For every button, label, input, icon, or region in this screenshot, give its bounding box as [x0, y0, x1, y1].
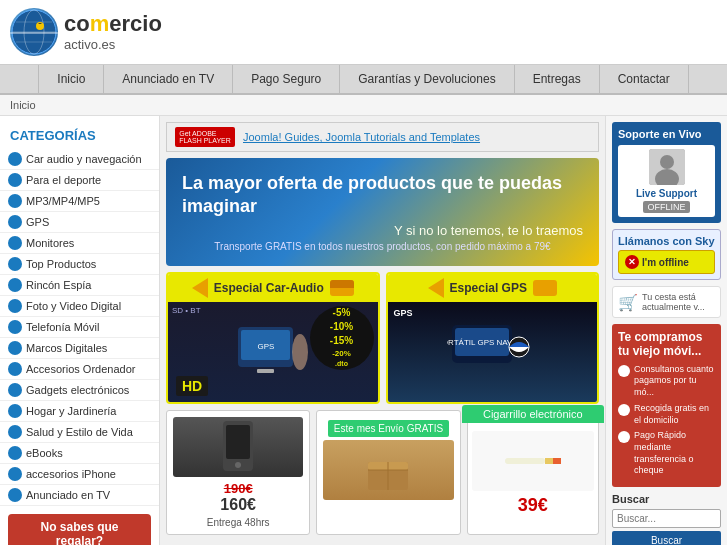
spy-icon [8, 278, 22, 292]
sidebar-item-tv[interactable]: Anunciado en TV [0, 485, 159, 506]
cart-note: Tu cesta está actualmente v... [642, 292, 715, 312]
sidebar-item-mp3[interactable]: MP3/MP4/MP5 [0, 191, 159, 212]
support-title: Soporte en Vivo [618, 128, 715, 140]
trade-item-1: Consultanos cuanto pagamos por tu mó... [618, 364, 715, 399]
product-box[interactable]: Este mes Envío GRATIS [316, 410, 460, 535]
sidebar-item-deporte[interactable]: Para el deporte [0, 170, 159, 191]
sidebar-item-ebooks[interactable]: eBooks [0, 443, 159, 464]
live-support-widget[interactable]: Live Support OFFLINE [618, 145, 715, 217]
cig-price: 39€ [472, 495, 594, 516]
nav-entregas[interactable]: Entregas [515, 65, 600, 93]
sidebar-item-monitores[interactable]: Monitores [0, 233, 159, 254]
gps-icon [8, 215, 22, 229]
live-support-label: Live Support [636, 188, 697, 199]
sidebar-item-car-audio[interactable]: Car audio y navegación [0, 149, 159, 170]
svg-rect-23 [505, 458, 545, 464]
sidebar-item-accesorios-ord[interactable]: Accesorios Ordenador [0, 359, 159, 380]
home-icon [8, 404, 22, 418]
frame-icon [8, 341, 22, 355]
svg-rect-10 [257, 369, 274, 373]
computer-icon [8, 362, 22, 376]
hero-note: Transporte GRATIS en todos nuestros prod… [182, 241, 583, 252]
offer-car-audio[interactable]: Especial Car-Audio GPS [166, 272, 380, 404]
hero-subtitle: Y si no lo tenemos, te lo traemos [182, 223, 583, 238]
bullet-icon-1 [618, 365, 630, 377]
product-cigarette[interactable]: Cigarrillo electrónico 39€ [467, 410, 599, 535]
logo-area[interactable]: comercio activo.es [10, 8, 162, 56]
close-icon: ✕ [625, 255, 639, 269]
search-box: Buscar Buscar [612, 493, 721, 545]
book-icon [8, 446, 22, 460]
main-nav: Inicio Anunciado en TV Pago Seguro Garan… [0, 65, 727, 95]
iphone-icon [8, 467, 22, 481]
nav-pago[interactable]: Pago Seguro [233, 65, 340, 93]
support-avatar [649, 149, 685, 185]
phone-icon [8, 320, 22, 334]
sidebar-item-telefonia[interactable]: Telefonía Móvil [0, 317, 159, 338]
bullet-icon-3 [618, 431, 630, 443]
search-label: Buscar [612, 493, 721, 505]
cart-icon: 🛒 [618, 293, 638, 312]
gift-card[interactable]: No sabes que regalar? Cheque Fr... 80€ [8, 514, 151, 545]
product-phone-image [173, 417, 303, 477]
offer-gps-header: Especial GPS [388, 274, 598, 302]
flash-banner[interactable]: Get ADOBEFLASH PLAYER Joomla! Guides, Jo… [166, 122, 599, 152]
free-shipping-badge: Este mes Envío GRATIS [328, 420, 449, 437]
hd-badge: HD [176, 376, 208, 396]
top-icon [8, 257, 22, 271]
nav-contactar[interactable]: Contactar [600, 65, 689, 93]
logo-sub: activo.es [64, 37, 162, 52]
svg-rect-17 [226, 425, 250, 459]
sidebar-item-marcos[interactable]: Marcos Digitales [0, 338, 159, 359]
sidebar-item-salud[interactable]: Salud y Estilo de Vida [0, 422, 159, 443]
product-phone[interactable]: 190€ 160€ Entrega 48hrs [166, 410, 310, 535]
products-row: 190€ 160€ Entrega 48hrs Este mes Envío G… [166, 410, 599, 535]
search-button[interactable]: Buscar [612, 531, 721, 545]
mp3-icon [8, 194, 22, 208]
sidebar-item-foto[interactable]: Foto y Video Digital [0, 296, 159, 317]
tv-icon [8, 488, 22, 502]
monitor-icon [8, 236, 22, 250]
trade-item-3: Pago Rápido mediante transferencia o che… [618, 430, 715, 477]
flash-link[interactable]: Joomla! Guides, Joomla Tutorials and Tem… [243, 131, 480, 143]
offer-car-audio-image: GPS -5% -10% -15% -20% .dto HD SD • B [168, 302, 378, 402]
sky-title: Llámanos con Sky [618, 235, 715, 247]
cart-box[interactable]: 🛒 Tu cesta está actualmente v... [612, 286, 721, 318]
sidebar-item-hogar[interactable]: Hogar y Jardinería [0, 401, 159, 422]
sidebar-item-gps[interactable]: GPS [0, 212, 159, 233]
page-header: comercio activo.es [0, 0, 727, 65]
trade-title: Te compramos tu viejo móvi... [618, 330, 715, 359]
globe-icon [10, 8, 58, 56]
health-icon [8, 425, 22, 439]
breadcrumb: Inicio [0, 95, 727, 116]
svg-rect-25 [553, 458, 561, 464]
hero-title: La mayor oferta de productos que te pued… [182, 172, 583, 219]
nav-inicio[interactable]: Inicio [38, 65, 104, 93]
sidebar-item-rincon[interactable]: Rincón Espía [0, 275, 159, 296]
trade-box: Te compramos tu viejo móvi... Consultano… [612, 324, 721, 487]
center-content: Get ADOBEFLASH PLAYER Joomla! Guides, Jo… [160, 116, 605, 545]
left-sidebar: CATEGORÍAS Car audio y navegación Para e… [0, 116, 160, 545]
nav-garantias[interactable]: Garantías y Devoluciones [340, 65, 514, 93]
im-offline-button[interactable]: ✕ I'm offline [618, 250, 715, 274]
arrow-left-icon-2 [428, 278, 444, 298]
svg-point-18 [235, 462, 241, 468]
sidebar-item-gadgets[interactable]: Gadgets electrónicos [0, 380, 159, 401]
svg-point-27 [660, 155, 674, 169]
sidebar-item-top[interactable]: Top Productos [0, 254, 159, 275]
sidebar-title: CATEGORÍAS [0, 124, 159, 149]
product-box-image [323, 440, 453, 500]
sport-icon [8, 173, 22, 187]
offer-gps[interactable]: Especial GPS PORTÁTIL GPS NAVIG... GPS [386, 272, 600, 404]
cd-icon [8, 152, 22, 166]
logo-main: comercio [64, 12, 162, 36]
camera-icon [8, 299, 22, 313]
nav-tv[interactable]: Anunciado en TV [104, 65, 233, 93]
trade-item-2: Recogida gratis en el domicilio [618, 403, 715, 426]
offline-badge: OFFLINE [643, 201, 689, 213]
product-old-price: 190€ [173, 481, 303, 496]
gadget-icon [8, 383, 22, 397]
search-input[interactable] [612, 509, 721, 528]
sidebar-item-iphone[interactable]: accesorios iPhone [0, 464, 159, 485]
arrow-left-icon [192, 278, 208, 298]
